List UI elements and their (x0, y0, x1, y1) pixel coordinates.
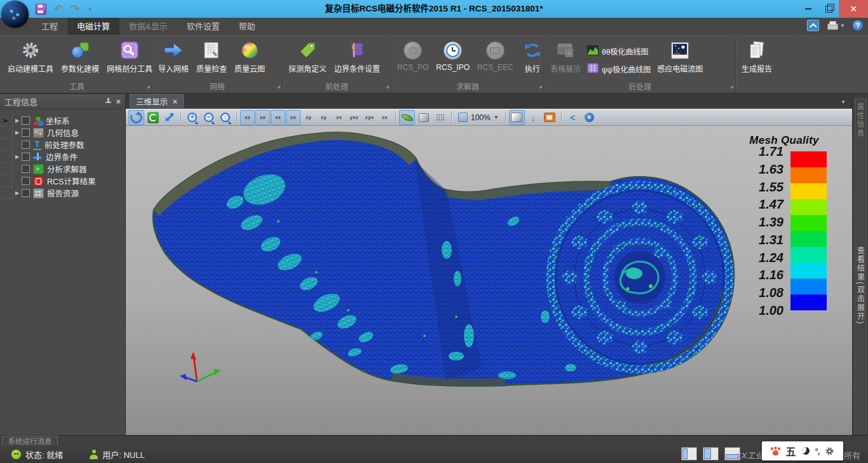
sidebar-item-boundary-conditions[interactable]: ▶ 边界条件 (0, 151, 125, 163)
quality-cloud-map-button[interactable]: 质量云图 (231, 38, 269, 83)
zoom-out-button[interactable] (201, 110, 217, 125)
psi-chart-icon (587, 63, 599, 75)
view-results-tab[interactable]: 查看结果(双击展开) (854, 137, 867, 434)
close-view-button[interactable]: × (581, 110, 597, 125)
zoom-level-select[interactable]: 100% ▼ (455, 111, 502, 125)
ime-input-mode[interactable]: 五 (786, 443, 796, 459)
import-mesh-button[interactable]: 导入网格 (154, 38, 193, 83)
printer-dropdown-icon[interactable]: ▼ (840, 23, 845, 29)
shaded-view-button[interactable] (509, 110, 525, 125)
rcs-po-solver-button[interactable]: RCS_PO (393, 38, 432, 83)
help-icon[interactable]: ? (853, 20, 863, 31)
group-expand-icon[interactable]: ◢ (386, 82, 389, 91)
checkbox[interactable] (22, 116, 30, 125)
view-iso2-button[interactable]: yxz (347, 110, 362, 125)
flat-shading-button[interactable] (416, 110, 431, 125)
property-info-tab[interactable]: 属性信息 (855, 99, 867, 142)
probe-angle-define-button[interactable]: 探测角定义 (285, 38, 330, 83)
sidebar-item-rcs-results[interactable]: RCS计算结果 (0, 175, 125, 187)
rcs-ipo-solver-button[interactable]: RCS_IPO (432, 38, 473, 83)
layout-wide-left-button[interactable] (703, 447, 719, 460)
menu-tab-data-display[interactable]: 数据&显示 (119, 18, 177, 35)
menu-tab-em-computation[interactable]: 电磁计算 (67, 18, 119, 35)
ime-fullwidth-moon-icon[interactable] (802, 447, 810, 455)
tab-close-icon[interactable]: × (173, 97, 177, 106)
ime-logo-paw-icon[interactable] (771, 447, 780, 455)
launch-modeling-tool-button[interactable]: 启动建模工具 (4, 38, 57, 83)
sidebar-item-analysis-solver[interactable]: 分析求解器 (0, 163, 125, 175)
system-messages-tab[interactable]: 系统运行消息 (2, 436, 58, 446)
expander-icon[interactable]: ▶ (13, 118, 22, 123)
zoom-dropdown-icon[interactable]: ▼ (494, 114, 499, 120)
boundary-condition-settings-button[interactable]: 边界条件设置 (330, 38, 384, 83)
share-button[interactable]: < (565, 110, 581, 125)
expander-icon[interactable]: ▶ (13, 190, 22, 196)
group-expand-icon[interactable]: ◢ (147, 82, 150, 91)
execute-button[interactable]: 执行 (520, 38, 545, 83)
tab-3d-display[interactable]: 三维显示 × (130, 94, 184, 108)
zoom-fit-button[interactable] (217, 110, 233, 125)
group-expand-icon[interactable]: ◢ (730, 82, 733, 91)
close-button[interactable]: ✕ (839, 0, 868, 18)
psi-polarization-curve-button[interactable]: ψψ极化曲线图 (587, 61, 651, 77)
view-iso3-button[interactable]: zyx (362, 110, 377, 125)
panel-close-icon[interactable]: × (116, 98, 121, 106)
menu-tab-help[interactable]: 帮助 (229, 18, 265, 35)
sidebar-item-geometry-info[interactable]: ▶ 几何信息 (0, 127, 125, 139)
sidebar-item-coordinate-system[interactable]: ▶ ▶ 坐标系 (0, 114, 125, 127)
group-expand-icon[interactable]: ◢ (277, 82, 280, 91)
checkbox[interactable] (22, 177, 30, 185)
checkbox[interactable] (22, 128, 30, 137)
expander-icon[interactable]: ▶ (13, 130, 22, 135)
view-bottom-button[interactable]: zy (316, 110, 331, 125)
quality-check-button[interactable]: 质量检查 (193, 38, 231, 83)
parametric-modeling-button[interactable]: 参数化建模 (57, 38, 103, 83)
checkbox[interactable] (22, 153, 30, 161)
wireframe-button[interactable] (432, 110, 448, 125)
sidebar-item-report-resources[interactable]: ▶ 报告资源 (0, 187, 125, 199)
table-display-button[interactable]: 表格展示 (546, 38, 585, 83)
menu-tab-project[interactable]: 工程 (32, 18, 67, 35)
tab-list-dropdown-icon[interactable]: ▼ (841, 99, 846, 105)
restore-button[interactable] (818, 0, 839, 18)
app-logo-icon[interactable] (1, 1, 29, 28)
minimize-button[interactable] (798, 0, 818, 18)
checkbox[interactable] (22, 141, 30, 149)
menu-tab-settings[interactable]: 软件设置 (177, 18, 229, 35)
collapse-ribbon-icon[interactable] (807, 20, 819, 31)
view-top-button[interactable]: zy (301, 110, 316, 125)
generate-report-button[interactable]: 生成报告 (738, 38, 776, 83)
rotate-view-button[interactable] (128, 110, 144, 125)
view-iso1-button[interactable]: zx (332, 110, 346, 125)
zoom-in-button[interactable] (184, 110, 200, 125)
ime-punctuation-icon[interactable]: °, (815, 446, 820, 456)
pin-icon[interactable] (105, 98, 112, 106)
mesh-partition-tool-button[interactable]: 网格剖分工具 (103, 38, 156, 83)
sidebar-item-preprocess-params[interactable]: T 前处理参数 (0, 139, 125, 151)
group-expand-icon[interactable]: ◢ (539, 82, 542, 91)
checkbox[interactable] (22, 189, 30, 197)
3d-canvas[interactable]: Mesh Quality 1.71 1 (126, 126, 852, 435)
view-right-button[interactable]: zx (286, 110, 301, 125)
ime-settings-gear-icon[interactable] (825, 446, 834, 456)
legend-value: 1.47 (759, 197, 783, 212)
layout-left-panel-button[interactable] (681, 447, 697, 460)
download-view-button[interactable]: ↓ (526, 110, 541, 125)
print-button[interactable]: ▼ (827, 21, 845, 31)
rcs-eec-solver-button[interactable]: RCS_EEC (473, 38, 517, 83)
export-image-button[interactable] (542, 110, 558, 125)
refresh-view-button[interactable] (145, 110, 161, 125)
induction-current-map-button[interactable]: 感应电磁流图 (653, 38, 707, 83)
pan-view-button[interactable] (161, 110, 177, 125)
gutter-expander-icon[interactable]: ▶ (0, 114, 13, 127)
expander-icon[interactable]: ▶ (13, 154, 22, 160)
user-text: 用户: NULL (102, 448, 144, 460)
checkbox[interactable] (22, 165, 30, 173)
view-back-button[interactable]: zx (255, 110, 270, 125)
view-front-button[interactable]: xz (240, 110, 255, 125)
theta-polarization-curve-button[interactable]: θθ极化曲线图 (587, 43, 651, 59)
ime-toolbar[interactable]: 五 °, (762, 441, 843, 460)
smooth-shading-button[interactable] (399, 110, 415, 125)
view-iso4-button[interactable]: zx (377, 110, 392, 125)
view-left-button[interactable]: xz (271, 110, 285, 125)
